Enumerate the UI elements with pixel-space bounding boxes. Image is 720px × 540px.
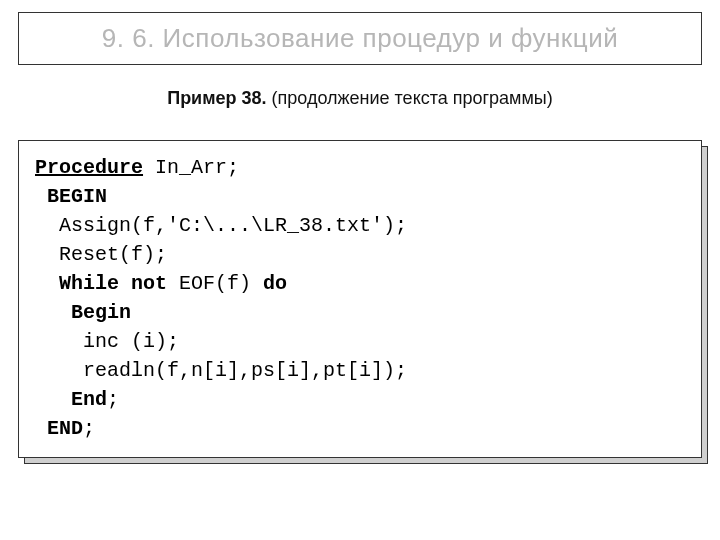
page-title: 9. 6. Использование процедур и функций	[33, 23, 687, 54]
code-l8: readln(f,n[i],ps[i],pt[i]);	[35, 359, 407, 382]
code-box: Procedure In_Arr; BEGIN Assign(f,'C:\...…	[18, 140, 702, 458]
code-l5a	[35, 272, 59, 295]
code-l3: Assign(f,'C:\...\LR_38.txt');	[35, 214, 407, 237]
code-l9s: ;	[107, 388, 119, 411]
kw-begin-inner: Begin	[35, 301, 131, 324]
kw-end-outer: END	[35, 417, 83, 440]
kw-end-inner: End	[35, 388, 107, 411]
code-l5c: EOF(f)	[167, 272, 263, 295]
example-rest: (продолжение текста программы)	[267, 88, 553, 108]
code-l7: inc (i);	[35, 330, 179, 353]
code-l1b: In_Arr;	[143, 156, 239, 179]
title-box: 9. 6. Использование процедур и функций	[18, 12, 702, 65]
subtitle: Пример 38. (продолжение текста программы…	[0, 88, 720, 109]
code-l10s: ;	[83, 417, 95, 440]
kw-procedure: Procedure	[35, 156, 143, 179]
example-label: Пример 38.	[167, 88, 266, 108]
code-wrap: Procedure In_Arr; BEGIN Assign(f,'C:\...…	[18, 140, 702, 458]
kw-begin-outer: BEGIN	[35, 185, 107, 208]
kw-while-not: While not	[59, 272, 167, 295]
code-l4: Reset(f);	[35, 243, 167, 266]
kw-do: do	[263, 272, 287, 295]
